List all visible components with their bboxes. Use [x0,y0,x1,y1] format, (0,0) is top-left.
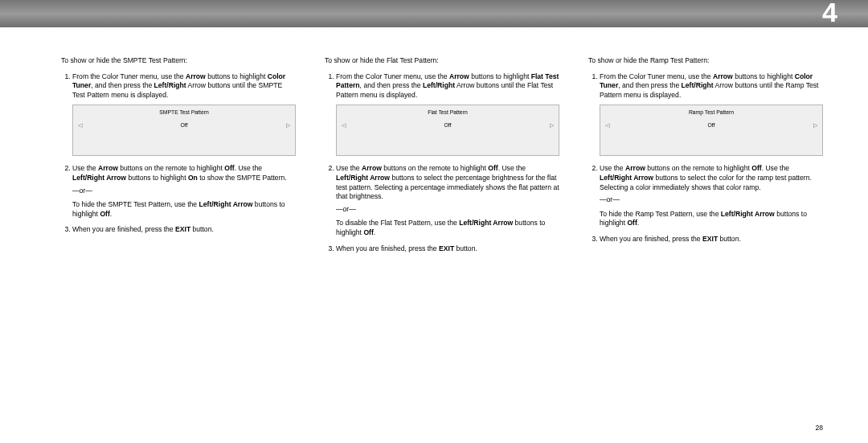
t: Use the [336,164,362,172]
t: Left/Right Arrow [459,219,513,227]
t: Arrow [625,164,645,172]
t: Arrow [713,72,733,80]
chevron-right-icon[interactable]: ▷ [550,121,554,129]
t: Off [224,164,234,172]
step-3: When you are finished, press the EXIT bu… [336,244,559,254]
t: To disable the Flat Test Pattern, use th… [336,219,459,227]
t: button. [454,244,477,252]
t: . Use the [235,164,262,172]
or-separator: —or— [72,187,296,196]
or-separator: —or— [336,205,559,215]
t: Arrow [362,164,382,172]
t: Left/Right Arrow [600,174,653,182]
chevron-right-icon[interactable]: ▷ [813,121,817,129]
t: , and then press the [360,81,423,89]
t: On [188,174,198,182]
t: to show the SMPTE Pattern. [198,174,287,182]
menu-preview-smpte: SMPTE Test Pattern ◁ ▷ Off [72,105,296,156]
menu-value: Off [181,121,188,129]
t: Off [627,219,637,227]
menu-title: Flat Test Pattern [428,109,467,116]
t: button. [190,225,214,233]
t: buttons to highlight [206,72,268,80]
step-3: When you are finished, press the EXIT bu… [600,235,823,244]
step-2: Use the Arrow buttons on the remote to h… [72,164,296,219]
t: buttons on the remote to highlight [645,164,751,172]
column-smpte: To show or hide the SMPTE Test Pattern: … [61,56,296,258]
step-1: From the Color Tuner menu, use the Arrow… [72,72,296,157]
intro-text: To show or hide the Flat Test Pattern: [325,56,559,66]
t: Use the [600,164,625,172]
t: . [637,219,639,227]
t: , and then press the [618,81,681,89]
t: Arrow [186,72,206,80]
t: Left/Right Arrow [721,210,775,218]
t: . [110,210,112,218]
page-number: 28 [815,424,823,432]
intro-text: To show or hide the Ramp Test Pattern: [588,56,823,66]
t: , and then press the [91,81,154,89]
step-2: Use the Arrow buttons on the remote to h… [336,164,559,237]
alt-instruction: To hide the SMPTE Test Pattern, use the … [72,200,296,219]
step-2: Use the Arrow buttons on the remote to h… [600,164,823,228]
intro-text: To show or hide the SMPTE Test Pattern: [61,56,296,66]
t: Arrow [98,164,118,172]
t: Off [363,228,373,236]
t: Off [100,210,109,218]
chevron-left-icon[interactable]: ◁ [342,121,346,129]
t: Left/Right Arrow [199,200,252,208]
t: From the Color Tuner menu, use the [336,72,449,80]
step-1: From the Color Tuner menu, use the Arrow… [600,72,823,157]
chevron-left-icon[interactable]: ◁ [605,121,609,129]
t: . Use the [762,164,789,172]
t: Left/Right Arrow [72,174,126,182]
t: EXIT [439,244,454,252]
t: When you are finished, press the [600,235,702,243]
or-separator: —or— [600,195,823,205]
t: Left/Right [682,81,714,89]
t: EXIT [175,225,190,233]
t: buttons to highlight [733,72,795,80]
t: Left/Right Arrow [336,174,390,182]
alt-instruction: To hide the Ramp Test Pattern, use the L… [600,210,823,228]
t: From the Color Tuner menu, use the [600,72,713,80]
chevron-right-icon[interactable]: ▷ [286,121,290,129]
t: Left/Right [423,81,455,89]
menu-title: Ramp Test Pattern [689,109,734,116]
t: buttons on the remote to highlight [382,164,488,172]
column-flat: To show or hide the Flat Test Pattern: F… [325,56,559,258]
step-1: From the Color Tuner menu, use the Arrow… [336,72,559,157]
menu-title: SMPTE Test Pattern [159,109,208,116]
t: From the Color Tuner menu, use the [72,72,186,80]
t: buttons to highlight [469,72,531,80]
menu-value: Off [444,121,452,129]
t: Arrow [449,72,469,80]
menu-value: Off [708,121,715,129]
t: . Use the [498,164,526,172]
alt-instruction: To disable the Flat Test Pattern, use th… [336,219,559,237]
menu-preview-flat: Flat Test Pattern ◁ ▷ Off [336,105,559,156]
t: . [374,228,375,236]
t: Use the [72,164,98,172]
t: To hide the Ramp Test Pattern, use the [600,210,721,218]
t: When you are finished, press the [72,225,175,233]
t: When you are finished, press the [336,244,439,252]
section-number: 4 [822,0,837,28]
chevron-left-icon[interactable]: ◁ [78,121,82,129]
t: Off [751,164,761,172]
step-3: When you are finished, press the EXIT bu… [72,225,296,235]
column-ramp: To show or hide the Ramp Test Pattern: F… [588,56,823,258]
menu-preview-ramp: Ramp Test Pattern ◁ ▷ Off [600,105,823,156]
t: button. [718,235,741,243]
page-body: To show or hide the SMPTE Test Pattern: … [0,27,868,258]
t: buttons to highlight [126,174,188,182]
t: Off [488,164,497,172]
t: EXIT [702,235,718,243]
t: buttons on the remote to highlight [118,164,224,172]
header-bar: 4 [0,0,868,27]
t: Left/Right [154,81,186,89]
t: To hide the SMPTE Test Pattern, use the [72,200,199,208]
